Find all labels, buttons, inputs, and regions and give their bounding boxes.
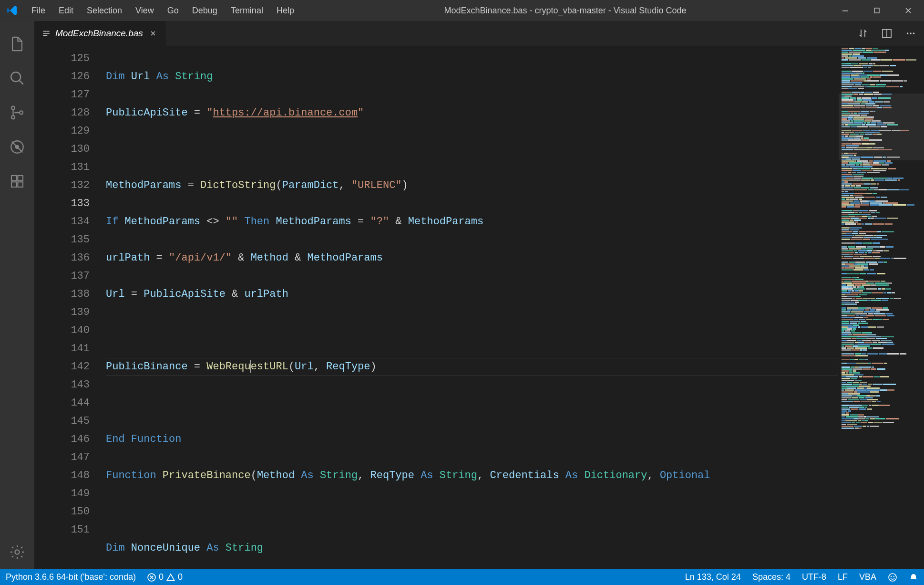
window-title: ModExchBinance.bas - crypto_vba-master -… [301, 6, 830, 16]
compare-changes-icon[interactable] [855, 26, 871, 41]
svg-point-2 [11, 72, 21, 82]
source-control-icon[interactable] [0, 95, 34, 130]
svg-rect-10 [18, 182, 23, 187]
editor-content[interactable]: 125 126 127 128 129 130 131 132 133 134 … [34, 46, 924, 569]
svg-rect-8 [11, 176, 17, 181]
more-actions-icon[interactable] [903, 26, 918, 41]
tab-modexchbinance[interactable]: ModExchBinance.bas [34, 21, 166, 46]
svg-rect-0 [842, 10, 848, 11]
tabs-bar: ModExchBinance.bas [34, 21, 924, 46]
menu-view[interactable]: View [129, 0, 161, 21]
svg-rect-11 [18, 176, 23, 181]
status-encoding[interactable]: UTF-8 [796, 569, 832, 585]
error-icon [147, 573, 156, 582]
status-language[interactable]: VBA [853, 569, 882, 585]
maximize-button[interactable] [861, 0, 893, 21]
svg-point-7 [15, 145, 20, 149]
tab-label: ModExchBinance.bas [55, 28, 143, 39]
statusbar: Python 3.6.6 64-bit ('base': conda) 0 0 … [0, 569, 924, 585]
titlebar: File Edit Selection View Go Debug Termin… [0, 0, 924, 21]
svg-point-4 [11, 115, 15, 119]
vscode-logo [0, 5, 25, 16]
code-area[interactable]: Dim Url As String PublicApiSite = "https… [106, 46, 838, 569]
line-gutter: 125 126 127 128 129 130 131 132 133 134 … [34, 46, 106, 569]
svg-point-18 [889, 574, 896, 581]
svg-point-15 [910, 32, 912, 34]
svg-point-16 [913, 32, 915, 34]
activity-bar [0, 21, 34, 569]
menu-help[interactable]: Help [270, 0, 301, 21]
svg-point-3 [11, 106, 15, 110]
svg-rect-1 [874, 8, 879, 13]
svg-point-14 [907, 32, 909, 34]
status-cursor-position[interactable]: Ln 133, Col 24 [679, 569, 747, 585]
warning-icon [166, 573, 175, 582]
split-editor-icon[interactable] [879, 26, 894, 41]
status-problems[interactable]: 0 0 [142, 569, 188, 585]
window-controls [830, 0, 924, 21]
status-feedback-icon[interactable] [882, 569, 903, 585]
minimize-button[interactable] [830, 0, 861, 21]
menubar: File Edit Selection View Go Debug Termin… [25, 0, 301, 21]
close-button[interactable] [893, 0, 924, 21]
menu-terminal[interactable]: Terminal [224, 0, 270, 21]
menu-go[interactable]: Go [161, 0, 185, 21]
status-python[interactable]: Python 3.6.6 64-bit ('base': conda) [0, 569, 142, 585]
status-notifications-icon[interactable] [903, 569, 924, 585]
svg-point-5 [20, 111, 23, 114]
menu-debug[interactable]: Debug [185, 0, 224, 21]
minimap[interactable] [838, 46, 924, 569]
tab-close-icon[interactable] [148, 28, 158, 39]
explorer-icon[interactable] [0, 27, 34, 61]
search-icon[interactable] [0, 61, 34, 95]
text-cursor [250, 360, 251, 373]
debug-icon[interactable] [0, 130, 34, 164]
status-eol[interactable]: LF [832, 569, 853, 585]
settings-gear-icon[interactable] [0, 535, 34, 569]
menu-selection[interactable]: Selection [80, 0, 129, 21]
svg-point-12 [15, 550, 19, 554]
status-indentation[interactable]: Spaces: 4 [747, 569, 796, 585]
editor: ModExchBinance.bas 125 126 [34, 21, 924, 569]
extensions-icon[interactable] [0, 164, 34, 198]
menu-edit[interactable]: Edit [52, 0, 80, 21]
file-icon [42, 29, 51, 38]
minimap-thumb[interactable] [839, 94, 924, 160]
menu-file[interactable]: File [25, 0, 52, 21]
svg-point-19 [891, 575, 892, 576]
svg-point-20 [893, 575, 894, 576]
svg-rect-9 [11, 182, 17, 187]
